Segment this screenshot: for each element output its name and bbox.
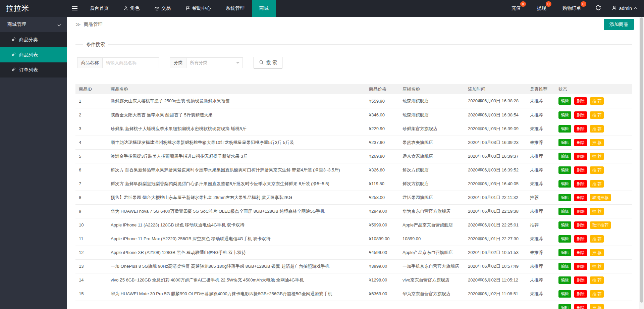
category-select[interactable]: 所有分类 (186, 57, 243, 68)
delete-button[interactable]: 删除 (574, 125, 587, 133)
topnav-roles[interactable]: 角色 (116, 0, 147, 17)
edit-button[interactable]: 编辑 (558, 263, 571, 270)
time-cell: 2020年06月03日 16:38:54 (465, 108, 527, 122)
table-row: 13一加 OnePlus 8 5G旗舰 90Hz高清柔性屏 高通骁龙865 18… (75, 259, 632, 273)
product-name-input[interactable] (103, 57, 159, 68)
shortcut-shop-orders[interactable]: 购物订单0 (554, 0, 589, 17)
edit-button[interactable]: 编辑 (558, 194, 571, 201)
topnav-label: 商城 (259, 5, 269, 11)
price-cell: ¥5999.00 (366, 218, 399, 232)
recommend-button[interactable]: 推 荐 (590, 180, 604, 188)
edit-button[interactable]: 编辑 (558, 249, 571, 256)
scrollbar[interactable] (639, 17, 644, 309)
delete-button[interactable]: 删除 (574, 97, 587, 105)
edit-button[interactable]: 编辑 (558, 111, 571, 119)
delete-button[interactable]: 删除 (574, 180, 587, 188)
edit-button[interactable]: 编辑 (558, 304, 571, 309)
product-name-cell: 新鲜露天山东大樱桃车厘子 2500g盒装 现摘现发新鲜水果预售 (107, 94, 366, 108)
cancel-recommend-button[interactable]: 取消推荐 (590, 194, 611, 201)
delete-button[interactable]: 删除 (574, 153, 587, 160)
edit-button[interactable]: 编辑 (558, 208, 571, 215)
recommend-cell: 未推荐 (527, 136, 555, 149)
delete-button[interactable]: 删除 (574, 249, 587, 256)
topnav-trade[interactable]: 交易 (147, 0, 178, 17)
delete-button[interactable]: 删除 (574, 111, 587, 119)
shortcut-label: 购物订单 (562, 5, 581, 11)
actions-cell: 编辑删除推 荐 (555, 149, 632, 163)
sidebar-group-mall-management[interactable]: 商城管理 (0, 17, 67, 32)
actions-cell: 编辑删除推 荐 (555, 232, 632, 246)
id-cell: 12 (75, 246, 107, 259)
select-arrow-icon (236, 62, 239, 65)
product-table-wrap: 商品ID商品名称商品价格店铺名称添加时间是否推荐状态 1新鲜露天山东大樱桃车厘子… (75, 84, 632, 309)
delete-button[interactable]: 删除 (574, 166, 587, 174)
product-name-cell: 鲜次方 新鲜早酥梨皇冠梨香梨鸭梨脆甜白心多汁果园直发整箱6斤批发时令应季水果京东… (107, 177, 366, 191)
store-cell: vivo京东自营官方旗舰店 (399, 273, 465, 287)
cancel-recommend-button[interactable]: 取消推荐 (590, 221, 611, 229)
shortcut-recharge[interactable]: 充值0 (503, 0, 529, 17)
search-button[interactable]: 搜 索 (254, 57, 282, 69)
delete-button[interactable]: 删除 (574, 139, 587, 146)
time-cell: 2020年06月01日 22:25:01 (465, 218, 527, 232)
recommend-button[interactable]: 推 荐 (590, 208, 604, 215)
topnav-mall[interactable]: 商城 (252, 0, 276, 17)
product-name-group: 商品名称 (77, 57, 159, 68)
edit-button[interactable]: 编辑 (558, 221, 571, 229)
delete-button[interactable]: 删除 (574, 290, 587, 298)
sidebar-item-product-list[interactable]: 商品列表 (0, 47, 67, 62)
recommend-button[interactable]: 推 荐 (590, 153, 604, 160)
recommend-cell: 未推荐 (527, 149, 555, 163)
recommend-cell: 未推荐 (527, 204, 555, 218)
delete-button[interactable]: 删除 (574, 194, 587, 201)
edit-button[interactable]: 编辑 (558, 139, 571, 146)
id-cell: 1 (75, 94, 107, 108)
edit-button[interactable]: 编辑 (558, 180, 571, 188)
recommend-button[interactable]: 推 荐 (590, 276, 604, 284)
recommend-button[interactable]: 推 荐 (590, 304, 604, 309)
recommend-cell: 未推荐 (527, 273, 555, 287)
shortcut-withdraw[interactable]: 提现0 (529, 0, 554, 17)
user-menu[interactable]: admin (607, 0, 644, 17)
delete-button[interactable]: 删除 (574, 221, 587, 229)
sidebar-item-order-list[interactable]: 订单列表 (0, 62, 67, 78)
recommend-button[interactable]: 推 荐 (590, 249, 604, 256)
id-cell: 4 (75, 136, 107, 149)
recommend-button[interactable]: 推 荐 (590, 97, 604, 105)
price-cell: ¥346.00 (366, 108, 399, 122)
recommend-button[interactable]: 推 荐 (590, 125, 604, 133)
delete-button[interactable]: 删除 (574, 304, 587, 309)
price-cell: ¥559.90 (366, 94, 399, 108)
recommend-button[interactable]: 推 荐 (590, 166, 604, 174)
topnav-home[interactable]: 后台首页 (83, 0, 116, 17)
delete-button[interactable]: 删除 (574, 235, 587, 243)
recommend-button[interactable]: 推 荐 (590, 290, 604, 298)
topnav-help-center[interactable]: 帮助中心 (178, 0, 218, 17)
edit-button[interactable]: 编辑 (558, 276, 571, 284)
id-cell: 13 (75, 259, 107, 273)
delete-button[interactable]: 删除 (574, 263, 587, 270)
menu-toggle-icon[interactable] (67, 0, 83, 17)
edit-button[interactable]: 编辑 (558, 235, 571, 243)
recommend-button[interactable]: 推 荐 (590, 139, 604, 146)
time-cell: 2020年06月03日 16:38:28 (465, 94, 527, 108)
topnav-system[interactable]: 系统管理 (218, 0, 252, 17)
delete-button[interactable]: 删除 (574, 208, 587, 215)
edit-button[interactable]: 编辑 (558, 290, 571, 298)
recommend-button[interactable]: 推 荐 (590, 235, 604, 243)
brand-logo: 拉拉米 (0, 0, 67, 17)
edit-button[interactable]: 编辑 (558, 97, 571, 105)
link-icon (11, 52, 16, 58)
store-cell: 琉森湖旗舰店 (399, 94, 465, 108)
delete-button[interactable]: 删除 (574, 276, 587, 284)
recommend-button[interactable]: 推 荐 (590, 263, 604, 270)
edit-button[interactable]: 编辑 (558, 153, 571, 160)
edit-button[interactable]: 编辑 (558, 166, 571, 174)
product-name-cell: 澳洲金手指黑提3斤装美人指葡萄黑手指进口拇指无籽提子新鲜水果 3斤 (107, 149, 366, 163)
sidebar-item-product-category[interactable]: 商品分类 (0, 32, 67, 47)
edit-button[interactable]: 编辑 (558, 125, 571, 133)
add-product-button[interactable]: 添加商品 (604, 19, 634, 30)
recommend-cell (527, 301, 555, 309)
recommend-button[interactable]: 推 荐 (590, 111, 604, 119)
scrollbar-thumb[interactable] (640, 17, 643, 303)
refresh-button[interactable] (589, 0, 607, 17)
